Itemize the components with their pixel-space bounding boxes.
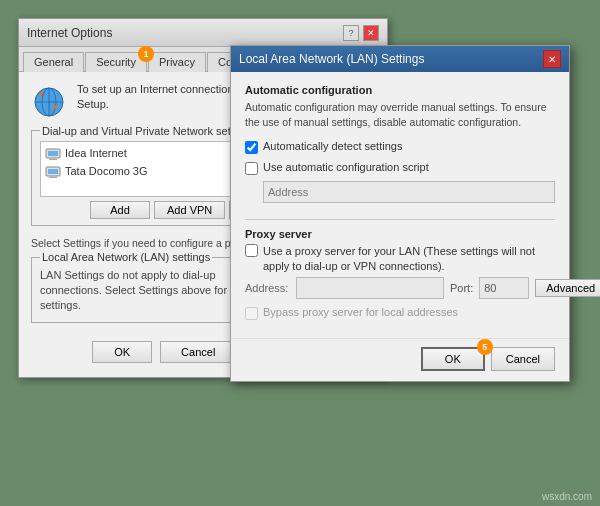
bypass-label: Bypass proxy server for local addresses bbox=[263, 305, 458, 319]
badge-1: 1 bbox=[138, 46, 154, 62]
popup-ok-button[interactable]: OK bbox=[421, 347, 485, 371]
auto-config-desc: Automatic configuration may override man… bbox=[245, 100, 555, 129]
vpn-item-tata-label: Tata Docomo 3G bbox=[65, 165, 148, 177]
svg-rect-11 bbox=[49, 177, 57, 178]
main-close-button[interactable]: ✕ bbox=[363, 25, 379, 41]
svg-rect-9 bbox=[48, 169, 58, 174]
popup-content: Automatic configuration Automatic config… bbox=[231, 72, 569, 338]
help-button[interactable]: ? bbox=[343, 25, 359, 41]
svg-rect-5 bbox=[48, 151, 58, 156]
bypass-checkbox[interactable] bbox=[245, 307, 258, 320]
proxy-section-title: Proxy server bbox=[245, 219, 555, 240]
network-icon bbox=[45, 145, 61, 161]
globe-icon bbox=[31, 84, 67, 120]
title-controls: ? ✕ bbox=[343, 25, 379, 41]
advanced-button[interactable]: Advanced bbox=[535, 279, 600, 297]
cancel-button[interactable]: Cancel bbox=[160, 341, 236, 363]
tab-general[interactable]: General bbox=[23, 52, 84, 72]
lan-popup-dialog: Local Area Network (LAN) Settings ✕ Auto… bbox=[230, 45, 570, 382]
popup-cancel-button[interactable]: Cancel bbox=[491, 347, 555, 371]
port-label: Port: bbox=[450, 282, 473, 294]
auto-script-label: Use automatic configuration script bbox=[263, 160, 429, 174]
proxy-checkbox-row: Use a proxy server for your LAN (These s… bbox=[245, 244, 555, 273]
popup-title: Local Area Network (LAN) Settings bbox=[239, 52, 424, 66]
main-title: Internet Options bbox=[27, 26, 112, 40]
network-icon-2 bbox=[45, 163, 61, 179]
addr-port-row: Address: Port: Advanced bbox=[245, 277, 555, 299]
auto-detect-label: Automatically detect settings bbox=[263, 139, 402, 153]
auto-detect-row: Automatically detect settings bbox=[245, 139, 555, 154]
ok-button[interactable]: OK bbox=[92, 341, 152, 363]
auto-script-row: Use automatic configuration script bbox=[245, 160, 555, 175]
ok-btn-container: OK 5 bbox=[421, 347, 485, 371]
vpn-item-idea-label: Idea Internet bbox=[65, 147, 127, 159]
auto-script-checkbox[interactable] bbox=[245, 162, 258, 175]
popup-bottom-buttons: OK 5 Cancel bbox=[231, 338, 569, 381]
tab-security[interactable]: Security 1 bbox=[85, 52, 147, 72]
lan-section-label: Local Area Network (LAN) settings bbox=[40, 251, 212, 263]
proxy-label: Use a proxy server for your LAN (These s… bbox=[263, 244, 555, 273]
address-input[interactable] bbox=[263, 181, 555, 203]
add-button[interactable]: Add bbox=[90, 201, 150, 219]
tab-privacy[interactable]: Privacy bbox=[148, 52, 206, 72]
svg-rect-7 bbox=[49, 159, 57, 160]
auto-detect-checkbox[interactable] bbox=[245, 141, 258, 154]
proxy-checkbox[interactable] bbox=[245, 244, 258, 257]
watermark: wsxdn.com bbox=[542, 491, 592, 502]
add-vpn-button[interactable]: Add VPN bbox=[154, 201, 225, 219]
auto-config-title: Automatic configuration bbox=[245, 84, 555, 96]
port-input[interactable] bbox=[479, 277, 529, 299]
address-label: Address: bbox=[245, 282, 290, 294]
badge-5: 5 bbox=[477, 339, 493, 355]
main-title-bar: Internet Options ? ✕ bbox=[19, 19, 387, 47]
proxy-address-input[interactable] bbox=[296, 277, 444, 299]
bypass-row: Bypass proxy server for local addresses bbox=[245, 305, 555, 320]
popup-title-bar: Local Area Network (LAN) Settings ✕ bbox=[231, 46, 569, 72]
popup-close-button[interactable]: ✕ bbox=[543, 50, 561, 68]
